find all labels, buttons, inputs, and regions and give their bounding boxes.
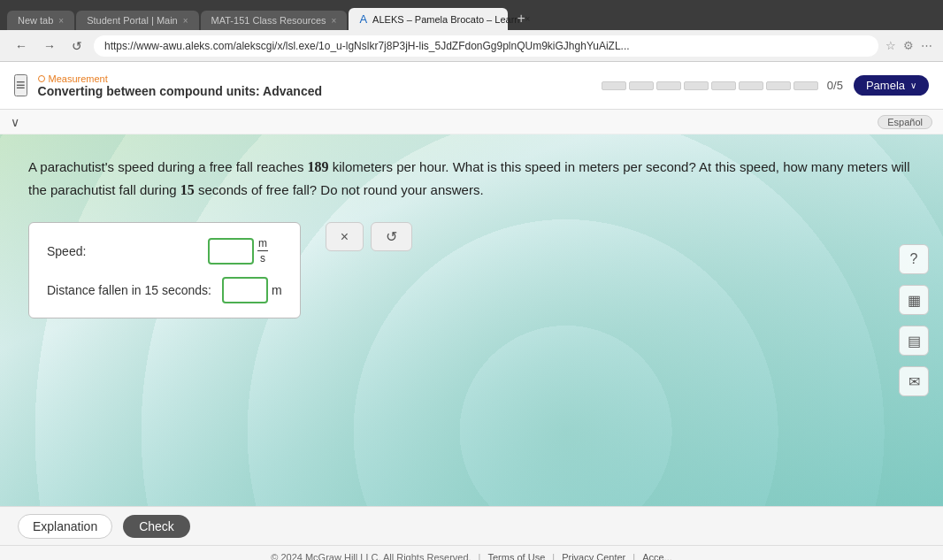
tab-label: Student Portal | Main [87, 15, 178, 26]
forward-button[interactable]: → [39, 37, 60, 55]
tab-new-tab[interactable]: New tab × [7, 11, 74, 30]
lang-bar: ∨ Español [0, 110, 943, 134]
progress-seg-7 [766, 81, 791, 90]
unit-bottom: s [257, 251, 268, 265]
aleks-tab-icon: A [359, 12, 367, 26]
language-button[interactable]: Español [878, 115, 932, 129]
notebook-icon: ▤ [908, 333, 921, 349]
message-button[interactable]: ✉ [899, 366, 929, 396]
progress-bar [602, 81, 818, 90]
aleks-header: ≡ Measurement Converting between compoun… [0, 62, 943, 110]
speed-input[interactable] [208, 238, 254, 265]
bookmark-icon[interactable]: ☆ [886, 39, 896, 52]
progress-seg-2 [629, 81, 654, 90]
back-button[interactable]: ← [11, 37, 32, 55]
answer-box: Speed: m s Distance fallen in 15 seconds… [28, 222, 301, 318]
tab-close-icon[interactable]: × [525, 14, 530, 24]
measurement-icon [38, 75, 45, 82]
distance-input[interactable] [222, 277, 268, 303]
hamburger-menu[interactable]: ≡ [14, 74, 27, 96]
distance-unit: m [272, 283, 282, 297]
progress-seg-5 [711, 81, 736, 90]
progress-score: 0/5 [827, 79, 843, 92]
menu-icon[interactable]: ⋯ [921, 39, 932, 52]
footer: © 2024 McGraw Hill LLC. All Rights Reser… [0, 545, 943, 560]
privacy-center-link[interactable]: Privacy Center [562, 552, 625, 561]
tab-close-icon[interactable]: × [58, 16, 64, 26]
help-button[interactable]: ? [899, 244, 929, 274]
tab-close-icon[interactable]: × [332, 16, 337, 26]
progress-seg-4 [684, 81, 709, 90]
tab-label: New tab [18, 15, 53, 26]
tab-aleks[interactable]: A ALEKS – Pamela Brocato – Learn × [349, 8, 508, 30]
problem-text: A parachutist's speed during a free fall… [28, 156, 915, 201]
progress-seg-3 [656, 81, 681, 90]
address-input[interactable] [94, 35, 878, 57]
undo-button[interactable]: ↺ [371, 222, 412, 251]
tab-label: ALEKS – Pamela Brocato – Learn [372, 14, 519, 25]
tab-bar: New tab × Student Portal | Main × MAT-15… [0, 0, 943, 30]
problem-number1: 189 [308, 159, 329, 174]
bottom-bar: Explanation Check [0, 506, 943, 545]
distance-input-wrap: m [222, 277, 282, 303]
explanation-button[interactable]: Explanation [18, 514, 112, 539]
speed-input-wrap: m s [208, 237, 268, 265]
address-bar: ← → ↺ ☆ ⚙ ⋯ [0, 30, 943, 62]
progress-seg-1 [602, 81, 626, 90]
clear-button[interactable]: × [326, 222, 364, 251]
calculator-button[interactable]: ▦ [899, 285, 929, 315]
reload-button[interactable]: ↺ [67, 37, 87, 55]
problem-text-part1: A parachutist's speed during a free fall… [28, 159, 303, 174]
problem-number2: 15 [180, 182, 195, 197]
unit-top: m [257, 237, 268, 251]
user-name: Pamela [866, 79, 905, 92]
question-mark-icon: ? [910, 251, 918, 267]
distance-label: Distance fallen in 15 seconds: [47, 283, 211, 297]
main-content: A parachutist's speed during a free fall… [0, 134, 943, 506]
progress-section: 0/5 [602, 79, 843, 92]
message-icon: ✉ [908, 373, 920, 390]
progress-seg-6 [739, 81, 763, 90]
footer-sep-2: | [552, 552, 555, 561]
terms-of-use-link[interactable]: Terms of Use [487, 552, 545, 561]
side-tools: ? ▦ ▤ ✉ [899, 244, 929, 396]
calculator-icon: ▦ [908, 292, 921, 309]
copyright-text: © 2024 McGraw Hill LLC. All Rights Reser… [271, 552, 471, 561]
notebook-button[interactable]: ▤ [899, 326, 929, 356]
tab-close-icon[interactable]: × [183, 16, 188, 26]
distance-row: Distance fallen in 15 seconds: m [47, 277, 282, 303]
chevron-down-icon: ∨ [910, 81, 916, 90]
footer-sep-1: | [479, 552, 481, 561]
speed-label: Speed: [47, 244, 197, 258]
tab-mat151[interactable]: MAT-151 Class Resources × [201, 11, 348, 30]
topic-title: Converting between compound units: Advan… [38, 84, 591, 98]
footer-sep-3: | [632, 552, 635, 561]
tab-student-portal[interactable]: Student Portal | Main × [76, 11, 198, 30]
header-topic: Measurement Converting between compound … [38, 73, 591, 98]
topic-label: Measurement [38, 73, 591, 84]
accessibility-link[interactable]: Acce... [642, 552, 672, 561]
speed-unit: m s [257, 237, 268, 265]
problem-text-part3: seconds of free fall? Do not round your … [198, 182, 484, 197]
check-button[interactable]: Check [123, 515, 190, 538]
speed-row: Speed: m s [47, 237, 282, 265]
user-menu[interactable]: Pamela ∨ [854, 75, 929, 96]
extensions-icon[interactable]: ⚙ [903, 39, 914, 52]
progress-seg-8 [794, 81, 818, 90]
tab-label: MAT-151 Class Resources [211, 15, 326, 26]
action-buttons: × ↺ [326, 222, 412, 251]
collapse-icon[interactable]: ∨ [11, 115, 19, 129]
